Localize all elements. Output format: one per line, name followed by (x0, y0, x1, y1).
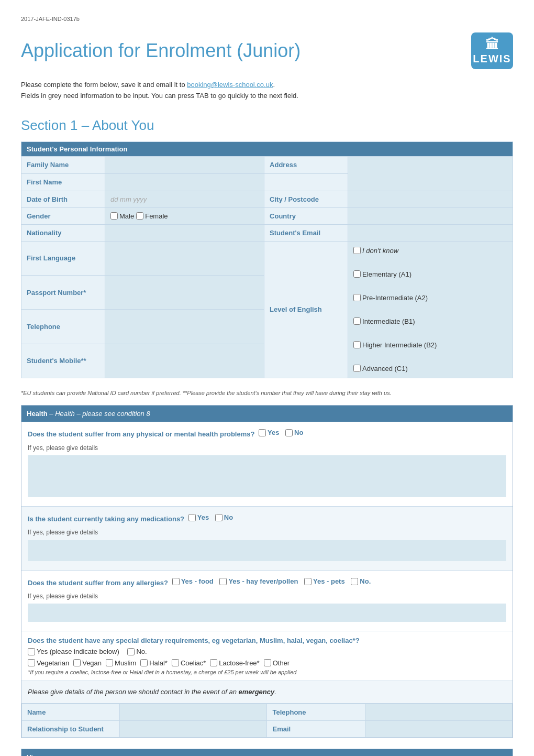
dietary-vegetarian-checkbox[interactable] (28, 659, 35, 666)
students-mobile-input-cell[interactable] (105, 344, 264, 378)
health-q1-yes-checkbox[interactable] (259, 429, 266, 436)
allergy-food-checkbox[interactable] (172, 578, 180, 585)
health-q1-detail-input[interactable] (28, 455, 506, 497)
health-q2-no-container[interactable]: No (215, 512, 233, 523)
health-q2-detail-input[interactable] (28, 540, 506, 561)
emergency-name-input[interactable] (125, 707, 261, 717)
level-advanced-checkbox[interactable] (353, 365, 361, 372)
gender-label: Gender (21, 207, 105, 224)
allergy-no-checkbox[interactable] (351, 578, 358, 585)
dietary-lactosefree-checkbox[interactable] (210, 659, 217, 666)
gender-male-checkbox[interactable] (110, 212, 118, 220)
health-q1-yes-container[interactable]: Yes (259, 427, 279, 439)
visa-header: Visa (21, 749, 513, 756)
dietary-other-label[interactable]: Other (264, 659, 290, 667)
country-input[interactable] (353, 211, 507, 221)
allergy-food-container[interactable]: Yes - food (172, 576, 214, 587)
gender-female-label[interactable]: Female (136, 212, 168, 220)
dietary-coeliac-label[interactable]: Coeliac* (172, 659, 206, 667)
health-q1-no-container[interactable]: No (285, 427, 303, 439)
gender-female-checkbox[interactable] (136, 212, 143, 220)
level-elementary-label[interactable]: Elementary (A1) (353, 268, 507, 280)
emergency-relationship-input[interactable] (125, 724, 261, 734)
gender-input-cell[interactable]: Male Female (105, 207, 264, 224)
dietary-halal-label[interactable]: Halal* (140, 659, 168, 667)
students-email-input[interactable] (353, 228, 507, 238)
dietary-yes-label[interactable]: Yes (please indicate below) (28, 648, 119, 655)
first-language-input-cell[interactable] (105, 241, 264, 275)
city-postcode-input-cell[interactable] (348, 191, 513, 207)
page-title: Application for Enrolment (Junior) (21, 40, 301, 62)
allergy-hayfever-container[interactable]: Yes - hay fever/pollen (219, 576, 298, 587)
dietary-lactosefree-label[interactable]: Lactose-free* (210, 659, 259, 667)
health-q2-question: Is the student currently taking any medi… (28, 512, 506, 525)
level-of-english-cell[interactable]: I don't know Elementary (A1) Pre-Interme… (348, 241, 513, 378)
passport-input[interactable] (110, 288, 259, 298)
level-dont-know-label[interactable]: I don't know (353, 245, 507, 257)
emergency-telephone-input[interactable] (371, 707, 507, 717)
health-q2-yes-checkbox[interactable] (188, 514, 196, 521)
health-q4-row: Does the student have any special dietar… (21, 631, 513, 681)
first-name-input[interactable] (110, 177, 259, 187)
students-mobile-label: Student's Mobile** (21, 344, 105, 378)
level-higher-intermediate-checkbox[interactable] (353, 341, 361, 348)
allergy-pets-checkbox[interactable] (304, 578, 312, 585)
dietary-halal-checkbox[interactable] (140, 659, 148, 666)
level-dont-know-checkbox[interactable] (353, 247, 361, 254)
health-q2-yes-container[interactable]: Yes (188, 512, 209, 523)
address-input[interactable] (353, 160, 507, 186)
health-q1-no-checkbox[interactable] (285, 429, 293, 436)
dietary-vegetarian-label[interactable]: Vegetarian (28, 659, 69, 667)
passport-input-cell[interactable] (105, 275, 264, 309)
emergency-email-input-cell[interactable] (365, 720, 512, 737)
emergency-telephone-input-cell[interactable] (365, 704, 512, 720)
dietary-no-checkbox[interactable] (127, 648, 135, 655)
dietary-no-label[interactable]: No. (127, 648, 147, 655)
emergency-relationship-input-cell[interactable] (120, 720, 267, 737)
health-q3-detail-input[interactable] (28, 604, 506, 622)
dietary-vegan-checkbox[interactable] (73, 659, 81, 666)
telephone-input[interactable] (110, 322, 259, 332)
gender-male-label[interactable]: Male (110, 212, 134, 220)
level-pre-intermediate-label[interactable]: Pre-Intermediate (A2) (353, 292, 507, 304)
telephone-input-cell[interactable] (105, 310, 264, 344)
level-elementary-checkbox[interactable] (353, 270, 361, 278)
emergency-telephone-label: Telephone (267, 704, 365, 720)
allergy-hayfever-checkbox[interactable] (219, 578, 227, 585)
emergency-email-input[interactable] (371, 724, 507, 734)
emergency-name-input-cell[interactable] (120, 704, 267, 720)
health-q1-detail-label: If yes, please give details (28, 443, 506, 453)
first-language-input[interactable] (110, 253, 259, 263)
level-higher-intermediate-label[interactable]: Higher Intermediate (B2) (353, 339, 507, 351)
dietary-other-checkbox[interactable] (264, 659, 271, 666)
country-input-cell[interactable] (348, 207, 513, 224)
dob-input-cell[interactable]: dd mm yyyy (105, 191, 264, 207)
logo: 🏛 LEWIS (471, 32, 513, 69)
allergy-pets-container[interactable]: Yes - pets (304, 576, 345, 587)
email-link[interactable]: booking@lewis-school.co.uk (187, 81, 273, 89)
dietary-muslim-checkbox[interactable] (106, 659, 113, 666)
level-pre-intermediate-checkbox[interactable] (353, 294, 361, 301)
nationality-input[interactable] (110, 228, 259, 238)
level-intermediate-checkbox[interactable] (353, 317, 361, 325)
family-name-input[interactable] (110, 160, 259, 170)
level-advanced-label[interactable]: Advanced (C1) (353, 363, 507, 375)
dietary-yes-checkbox[interactable] (28, 648, 35, 655)
health-q4-question: Does the student have any special dietar… (28, 637, 506, 644)
level-intermediate-label[interactable]: Intermediate (B1) (353, 315, 507, 327)
visa-section: Visa Do you need to apply for a visa bef… (21, 749, 513, 756)
dietary-vegan-label[interactable]: Vegan (73, 659, 102, 667)
allergy-no-container[interactable]: No. (351, 576, 371, 587)
family-name-input-cell[interactable] (105, 156, 264, 173)
students-mobile-input[interactable] (110, 356, 259, 366)
emergency-relationship-label: Relationship to Student (22, 720, 120, 737)
dietary-coeliac-checkbox[interactable] (172, 659, 179, 666)
dietary-muslim-label[interactable]: Muslim (106, 659, 136, 667)
city-postcode-input[interactable] (353, 194, 507, 204)
health-q2-no-checkbox[interactable] (215, 514, 222, 521)
address-input-cell[interactable] (348, 156, 513, 191)
first-name-input-cell[interactable] (105, 173, 264, 191)
nationality-input-cell[interactable] (105, 224, 264, 241)
students-email-input-cell[interactable] (348, 224, 513, 241)
health-header: Health – Health – please see condition 8 (21, 406, 513, 422)
